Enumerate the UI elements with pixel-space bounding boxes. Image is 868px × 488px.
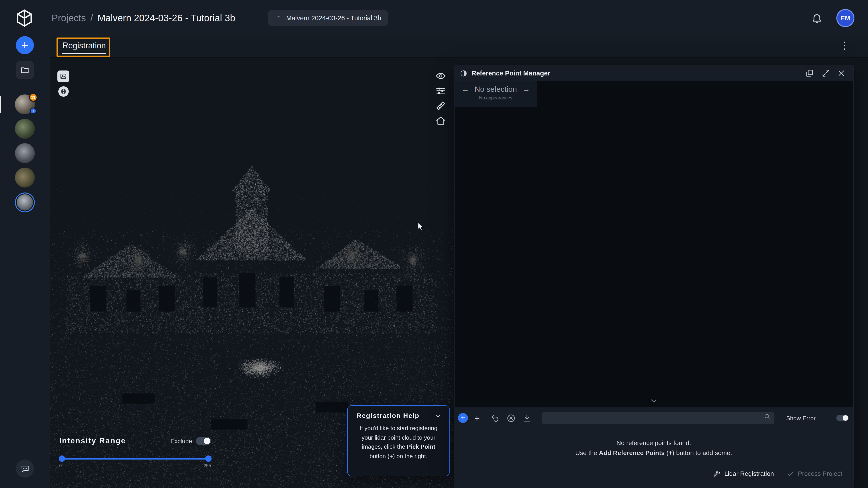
project-chip[interactable]: Malvern 2024-03-26 - Tutorial 3b — [268, 10, 389, 26]
process-project-button[interactable]: Process Project — [786, 470, 842, 477]
intensity-slider — [59, 455, 211, 462]
image-thumbnail-2[interactable] — [15, 119, 35, 139]
imagery-layers-button[interactable] — [57, 70, 69, 82]
add-project-button[interactable]: + — [16, 36, 34, 54]
tab-registration[interactable]: Registration — [62, 41, 106, 54]
image-thumbnail-5-selected[interactable] — [15, 193, 35, 213]
add-reference-point-button[interactable]: + — [458, 413, 468, 423]
close-icon[interactable] — [837, 69, 846, 78]
intensity-slider-min-handle[interactable] — [59, 455, 65, 462]
show-error-label: Show Error — [786, 415, 815, 421]
next-selection-arrow[interactable]: → — [522, 85, 530, 94]
no-appearances-label: No appearances — [455, 95, 537, 100]
add-plain-button[interactable]: + — [474, 413, 480, 423]
content-tab-bar: Registration ⋮ — [50, 36, 868, 58]
app-window: Projects / Malvern 2024-03-26 - Tutorial… — [0, 0, 868, 488]
show-error-toggle[interactable] — [836, 415, 848, 421]
image-thumbnail-4[interactable] — [15, 168, 35, 188]
folder-icon — [275, 14, 282, 22]
photo-icon — [60, 73, 67, 80]
undo-icon[interactable] — [491, 413, 500, 423]
user-avatar[interactable]: EM — [836, 9, 855, 27]
left-sidebar: + 11 + — [0, 36, 50, 488]
search-icon[interactable] — [764, 413, 771, 420]
no-selection-label: No selection — [474, 85, 517, 94]
intensity-range-title: Intensity Range — [59, 436, 126, 446]
clear-selection-icon[interactable] — [506, 413, 516, 423]
image-thumbnail-3[interactable] — [15, 143, 35, 163]
globe-view-button[interactable] — [58, 86, 69, 97]
help-title: Registration Help — [357, 412, 420, 419]
breadcrumb-current: Malvern 2024-03-26 - Tutorial 3b — [97, 13, 235, 24]
sphere-icon — [460, 69, 467, 77]
check-icon — [786, 470, 794, 477]
registration-help-popover: Registration Help If you'd like to start… — [347, 405, 450, 476]
tab-overflow-menu-button[interactable]: ⋮ — [839, 40, 850, 52]
wrench-icon — [713, 470, 721, 477]
reference-search-input[interactable] — [542, 412, 774, 424]
plus-icon: + — [461, 414, 465, 422]
intensity-range-panel: Intensity Range Exclude 0 255 — [59, 436, 211, 468]
chat-bubble-icon — [20, 464, 30, 473]
panel-title: Reference Point Manager — [471, 70, 550, 77]
plus-icon: + — [22, 38, 28, 52]
popout-window-icon[interactable] — [805, 69, 814, 78]
display-settings-button[interactable] — [435, 86, 446, 96]
thumbnail-edit-badge: + — [30, 107, 37, 114]
help-body-text: If you'd like to start registering your … — [348, 420, 450, 461]
exclude-toggle[interactable] — [196, 437, 211, 445]
empty-line-1: No reference points found. — [454, 438, 853, 448]
previous-selection-arrow[interactable]: ← — [461, 85, 469, 94]
download-icon[interactable] — [522, 413, 532, 423]
app-logo-icon[interactable] — [14, 8, 34, 28]
intensity-max-label: 255 — [204, 463, 211, 468]
lidar-registration-label: Lidar Registration — [724, 470, 774, 477]
mouse-cursor — [418, 222, 424, 231]
upload-count-badge: 11 — [29, 93, 37, 102]
breadcrumb-separator: / — [90, 13, 93, 24]
home-view-button[interactable] — [435, 115, 446, 126]
project-chip-label: Malvern 2024-03-26 - Tutorial 3b — [286, 14, 381, 22]
exclude-label: Exclude — [170, 437, 192, 445]
intensity-slider-track[interactable] — [59, 458, 211, 459]
expand-fullscreen-icon[interactable] — [822, 69, 831, 78]
panel-header[interactable]: Reference Point Manager — [454, 66, 853, 80]
toggle-knob — [843, 415, 848, 421]
selection-navigator: ← No selection → No appearances — [455, 81, 537, 107]
intensity-slider-max-handle[interactable] — [205, 455, 212, 462]
expand-panel-chevron-icon[interactable] — [649, 396, 658, 405]
reference-point-viewport[interactable]: ← No selection → No appearances — [455, 81, 852, 407]
reference-toolbar: + + Show Error — [454, 410, 853, 426]
empty-state-message: No reference points found. Use the Add R… — [454, 438, 853, 458]
collapse-chevron-icon[interactable] — [434, 412, 442, 420]
toggle-knob — [204, 438, 210, 444]
intensity-min-label: 0 — [59, 463, 62, 468]
projects-folder-button[interactable] — [16, 61, 34, 79]
visibility-eye-button[interactable] — [435, 70, 446, 81]
help-pick-point-bold: Pick Point — [407, 443, 435, 450]
breadcrumb-projects-link[interactable]: Projects — [52, 13, 86, 24]
panel-footer: Lidar Registration Process Project — [454, 465, 853, 482]
process-project-label: Process Project — [798, 470, 842, 477]
empty-line-2: Use the Add Reference Points (+) button … — [454, 448, 853, 458]
kebab-icon: ⋮ — [839, 40, 849, 51]
folder-icon — [20, 66, 29, 74]
plus-icon: + — [669, 449, 672, 456]
active-thumbnail-indicator — [0, 96, 1, 113]
breadcrumb: Projects / Malvern 2024-03-26 - Tutorial… — [52, 0, 235, 36]
tab-registration-label: Registration — [62, 41, 106, 54]
reference-point-manager-panel: Reference Point Manager ← No selection →… — [454, 66, 854, 488]
measure-ruler-button[interactable] — [435, 100, 446, 111]
top-bar: Projects / Malvern 2024-03-26 - Tutorial… — [0, 0, 868, 36]
globe-icon — [60, 88, 67, 95]
avatar-initials: EM — [841, 14, 850, 22]
support-chat-button[interactable] — [16, 459, 34, 478]
lidar-registration-button[interactable]: Lidar Registration — [713, 470, 774, 477]
plus-icon: + — [390, 453, 393, 459]
notifications-bell-icon[interactable] — [811, 12, 823, 24]
plus-icon: + — [474, 413, 480, 423]
